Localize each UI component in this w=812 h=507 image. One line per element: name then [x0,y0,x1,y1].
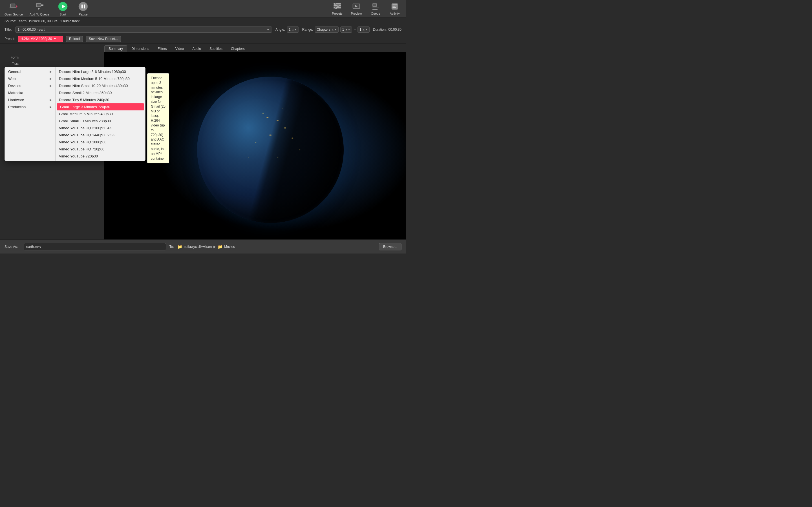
open-source-button[interactable]: Open Source [4,1,23,16]
tab-chapters[interactable]: Chapters [227,45,249,52]
angle-stepper[interactable]: 1 ▲▼ [287,26,299,33]
menu-item-discord-small[interactable]: Discord Small 2 Minutes 360p30 [56,89,145,96]
menu-item-discord-nitro-large[interactable]: Discord Nitro Large 3-6 Minutes 1080p30 [56,68,145,75]
info-bar: Source: earth, 1920x1080, 30 FPS, 1 audi… [0,17,406,25]
angle-section: Angle: 1 ▲▼ [275,26,299,33]
menu-item-vimeo-1440[interactable]: Vimeo YouTube HQ 1440p60 2.5K [56,131,145,138]
angle-arrow: ▲▼ [292,28,297,31]
save-bar: Save As: To: 📁 sofiawycislikwilson ▶ 📁 M… [0,239,406,253]
range-end-arrow: ▲▼ [363,28,368,31]
open-source-label: Open Source [4,13,23,16]
toolbar: Open Source Add To Queue Start [0,0,406,17]
menu-item-vimeo-2160[interactable]: Vimeo YouTube HQ 2160p60 4K [56,124,145,131]
activity-icon [391,2,399,11]
menu-item-discord-nitro-medium[interactable]: Discord Nitro Medium 5-10 Minutes 720p30 [56,75,145,82]
range-type-stepper[interactable]: Chapters ▲▼ [315,26,339,33]
range-type-value: Chapters [317,27,331,32]
queue-button[interactable]: Queue [369,2,382,15]
menu-item-gmail-medium[interactable]: Gmail Medium 5 Minutes 480p30 [56,110,145,117]
menu-item-hardware[interactable]: Hardware ▶ [5,96,55,103]
presets-icon [333,2,342,11]
save-new-preset-button[interactable]: Save New Preset... [86,36,121,42]
svg-point-18 [335,3,336,5]
range-start-value: 1 [342,27,344,32]
menu-item-vimeo-720hq[interactable]: Vimeo YouTube HQ 720p60 [56,146,145,153]
svg-rect-1 [11,4,15,7]
to-label: To: [169,245,174,249]
format-row: Form [4,55,100,59]
preset-arrow: ▼ [54,38,56,40]
preset-dropdown-menu: General ▶ Web ▶ Devices ▶ Matroska Hardw… [4,67,146,161]
tab-audio[interactable]: Audio [188,45,205,52]
range-label: Range: [302,27,313,32]
menu-item-general[interactable]: General ▶ [5,68,55,75]
devices-chevron: ▶ [50,84,52,87]
duration-label: Duration: [373,27,387,32]
add-to-queue-icon [35,1,45,11]
range-type-arrow: ▲▼ [332,28,337,31]
svg-rect-5 [37,4,41,6]
menu-item-devices[interactable]: Devices ▶ [5,82,55,89]
svg-rect-17 [334,7,341,8]
preview-label: Preview [351,12,362,15]
presets-button[interactable]: Presets [331,2,344,15]
svg-point-12 [79,2,88,11]
svg-rect-14 [84,4,85,8]
tab-video[interactable]: Video [171,45,188,52]
format-label: Form [4,55,18,59]
preview-button[interactable]: Preview [350,2,363,15]
tab-filters[interactable]: Filters [153,45,171,52]
subfolder-icon: 📁 [218,244,222,249]
svg-rect-2 [10,7,16,8]
general-chevron: ▶ [50,70,52,73]
svg-point-20 [335,7,337,9]
browse-button[interactable]: Browse... [379,243,402,250]
range-end-stepper[interactable]: 1 ▲▼ [357,26,370,33]
queue-icon [371,2,380,11]
menu-item-matroska[interactable]: Matroska [5,89,55,96]
range-separator: – [354,27,356,32]
tab-dimensions[interactable]: Dimensions [127,45,153,52]
menu-item-vimeo-1080[interactable]: Vimeo YouTube HQ 1080p60 [56,138,145,146]
range-start-stepper[interactable]: 1 ▲▼ [340,26,352,33]
reload-button[interactable]: Reload [66,36,83,42]
svg-point-19 [337,5,339,7]
menu-item-discord-nitro-small[interactable]: Discord Nitro Small 10-20 Minutes 480p30 [56,82,145,89]
earth-atmosphere [197,76,344,223]
angle-label: Angle: [275,27,285,32]
preset-bar: Preset: H.264 MKV 1080p30 ▼ Reload Save … [0,34,406,44]
queue-label: Queue [371,12,380,15]
title-input[interactable]: 1 - 00:00:30 - earth ▼ [15,26,272,33]
folder-name: sofiawycislikwilson [184,245,212,249]
source-label: Source: [4,19,16,23]
title-value-text: 1 - 00:00:30 - earth [18,27,47,32]
tab-subtitles[interactable]: Subtitles [205,45,227,52]
range-end-value: 1 [359,27,361,32]
pause-button[interactable]: Pause [77,1,90,16]
source-value: earth, 1920x1080, 30 FPS, 1 audio track [19,19,80,23]
title-bar: Title: 1 - 00:00:30 - earth ▼ Angle: 1 ▲… [0,25,406,34]
menu-item-discord-tiny[interactable]: Discord Tiny 5 Minutes 240p30 [56,96,145,103]
tab-summary[interactable]: Summary [104,45,127,52]
tracks-label: Trac [4,61,18,66]
save-as-label: Save As: [4,245,20,249]
tabs-bar: Summary Dimensions Filters Video Audio S… [0,44,406,52]
svg-rect-30 [393,6,395,6]
preset-tooltip: Encode up to 3 minutes of video in large… [147,73,169,163]
save-as-input[interactable] [24,243,166,250]
menu-item-production[interactable]: Production ▶ [5,103,55,110]
preset-label: Preset: [4,37,15,41]
preset-select[interactable]: H.264 MKV 1080p30 ▼ [18,36,63,42]
menu-item-gmail-small[interactable]: Gmail Small 10 Minutes 288p30 [56,117,145,124]
menu-item-gmail-large[interactable]: Gmail Large 3 Minutes 720p30 [57,103,144,110]
menu-item-web[interactable]: Web ▶ [5,75,55,82]
start-button[interactable]: Start [56,1,70,16]
start-label: Start [59,13,66,16]
activity-button[interactable]: Activity [388,2,402,15]
add-to-queue-button[interactable]: Add To Queue [30,1,49,16]
toolbar-right: Presets Preview Queue [331,2,402,15]
title-label: Title: [4,27,12,32]
menu-item-vimeo-720[interactable]: Vimeo YouTube 720p30 [56,153,145,160]
svg-rect-29 [393,4,397,5]
folder-icon: 📁 [177,244,182,249]
